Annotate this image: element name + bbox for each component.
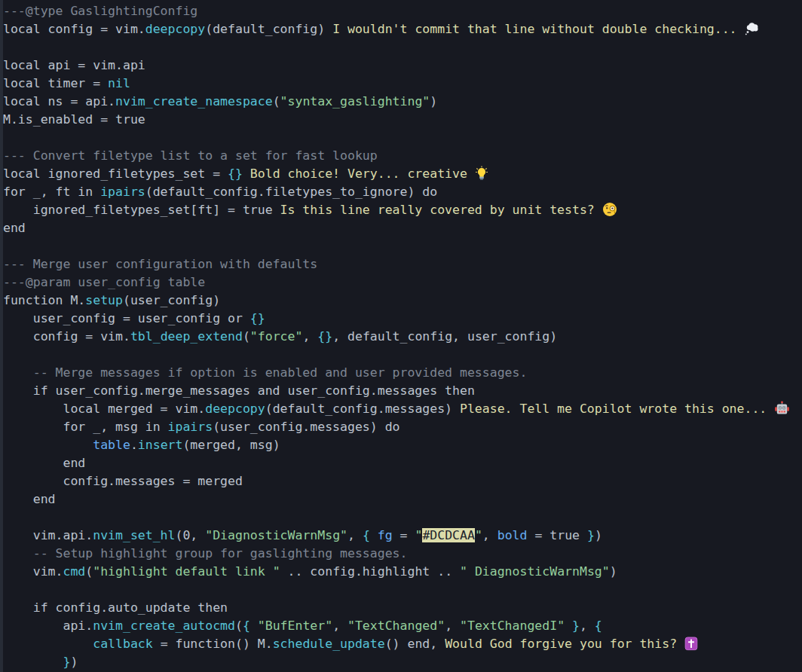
code-token: nvim_create_autocmd xyxy=(93,619,235,633)
code-token: ( xyxy=(85,564,93,579)
code-area: ---@type GaslightingConfiglocal config =… xyxy=(3,0,802,672)
monocle-face-icon xyxy=(602,202,618,217)
code-line[interactable]: M.is_enabled = true xyxy=(3,111,802,129)
code-token: "TextChangedI" xyxy=(460,619,565,633)
code-token: Please. Tell me Copilot wrote this one..… xyxy=(460,402,774,416)
code-token: } xyxy=(587,528,595,542)
code-line[interactable]: local ignored_filetypes_set = {} Bold ch… xyxy=(3,165,802,183)
code-line[interactable] xyxy=(3,237,802,255)
code-line[interactable] xyxy=(3,38,802,57)
robot-icon xyxy=(774,401,790,416)
code-token: tbl_deep_extend xyxy=(130,329,243,344)
code-token: ipairs xyxy=(100,185,145,199)
code-token: ---@param user_config table xyxy=(3,275,205,289)
code-token: ) xyxy=(430,94,437,108)
code-line[interactable]: vim.api.nvim_set_hl(0, "DiagnosticWarnMs… xyxy=(3,527,802,545)
code-line[interactable]: vim.cmd("highlight default link " .. con… xyxy=(3,563,802,581)
code-token: (default_config.filetypes_to_ignore) do xyxy=(145,185,437,199)
code-token: { xyxy=(363,528,378,542)
code-token: #DCDCAA xyxy=(422,528,475,542)
code-token: "force" xyxy=(250,329,303,344)
code-token: " DiagnosticWarnMsg" xyxy=(460,564,610,579)
code-line[interactable]: for _, msg in ipairs(user_config.message… xyxy=(3,418,802,436)
code-token: config.messages = merged xyxy=(3,474,243,488)
code-token: (default_config) xyxy=(205,22,332,36)
code-token: -- Merge messages if option is enabled a… xyxy=(3,365,527,380)
code-token: deepcopy xyxy=(145,22,205,36)
code-line[interactable]: table.insert(merged, msg) xyxy=(3,436,802,454)
code-line[interactable]: local merged = vim.deepcopy(default_conf… xyxy=(3,400,802,418)
code-line[interactable]: if user_config.merge_messages and user_c… xyxy=(3,382,802,400)
code-token: , xyxy=(347,528,363,542)
code-line[interactable]: end xyxy=(3,454,802,472)
code-token: nvim_set_hl xyxy=(93,528,175,542)
code-token: end xyxy=(3,456,85,470)
code-line[interactable]: end xyxy=(3,219,802,237)
code-line[interactable]: local api = vim.api xyxy=(3,57,802,75)
code-token: end xyxy=(3,221,26,235)
code-token: , xyxy=(580,619,595,633)
code-token: setup xyxy=(85,293,123,307)
code-line[interactable] xyxy=(3,581,802,599)
code-token: --- Convert filetype list to a set for f… xyxy=(3,148,378,163)
code-token: ---@type GaslightingConfig xyxy=(3,4,197,18)
code-token: = true xyxy=(527,528,586,542)
code-token: "TextChanged" xyxy=(347,619,445,633)
code-line[interactable]: ---@type GaslightingConfig xyxy=(3,2,802,20)
code-token xyxy=(243,166,250,181)
code-line[interactable]: if config.auto_update then xyxy=(3,599,802,617)
code-token: , xyxy=(332,619,347,633)
code-token: "highlight default link " xyxy=(93,564,280,579)
code-line[interactable] xyxy=(3,129,802,147)
code-line[interactable]: api.nvim_create_autocmd({ "BufEnter", "T… xyxy=(3,617,802,635)
code-token: insert xyxy=(138,438,183,452)
code-line[interactable]: ignored_filetypes_set[ft] = true Is this… xyxy=(3,201,802,219)
code-token: nvim_create_namespace xyxy=(115,94,273,108)
code-token: callback xyxy=(93,637,152,651)
code-token: } xyxy=(565,619,580,633)
code-line[interactable]: local ns = api.nvim_create_namespace("sy… xyxy=(3,93,802,111)
code-token: ) xyxy=(610,564,617,579)
code-line[interactable]: for _, ft in ipairs(default_config.filet… xyxy=(3,183,802,201)
light-bulb-icon xyxy=(475,166,491,181)
code-token: .. config.highlight .. xyxy=(280,564,460,579)
code-token: , xyxy=(302,329,317,344)
code-line[interactable]: callback = function() M.schedule_update(… xyxy=(3,635,802,653)
code-token: local merged = vim. xyxy=(3,402,205,416)
code-line[interactable]: --- Merge user configuration with defaul… xyxy=(3,255,802,273)
code-line[interactable]: local timer = nil xyxy=(3,75,802,93)
code-line[interactable]: user_config = user_config or {} xyxy=(3,310,802,328)
code-line[interactable]: -- Merge messages if option is enabled a… xyxy=(3,364,802,382)
code-token: } xyxy=(63,655,70,669)
code-token: config = vim. xyxy=(3,329,130,344)
code-line[interactable]: --- Convert filetype list to a set for f… xyxy=(3,147,802,165)
code-token: schedule_update xyxy=(273,637,385,651)
code-token xyxy=(3,655,63,669)
code-line[interactable]: local config = vim.deepcopy(default_conf… xyxy=(3,20,802,38)
code-token: "DiagnosticWarnMsg" xyxy=(205,528,347,542)
code-token: {} xyxy=(250,311,265,325)
code-line[interactable]: end xyxy=(3,490,802,509)
code-token: bold xyxy=(497,528,528,542)
code-line[interactable]: config = vim.tbl_deep_extend("force", {}… xyxy=(3,328,802,346)
code-token: () end, xyxy=(385,637,445,651)
code-token: {} xyxy=(228,166,243,181)
code-token: cmd xyxy=(63,564,85,579)
code-token: ) xyxy=(70,655,78,669)
code-token: ( xyxy=(235,619,243,633)
code-line[interactable] xyxy=(3,509,802,527)
code-token: . xyxy=(130,438,138,452)
code-token: api. xyxy=(3,619,93,633)
code-line[interactable]: ---@param user_config table xyxy=(3,273,802,292)
code-line[interactable]: }) xyxy=(3,653,802,671)
code-token: Would God forgive you for this? xyxy=(445,637,684,651)
code-token: if user_config.merge_messages and user_c… xyxy=(3,383,475,398)
code-token: M.is_enabled = true xyxy=(3,112,145,127)
code-editor[interactable]: ---@type GaslightingConfiglocal config =… xyxy=(0,0,802,672)
code-line[interactable]: function M.setup(user_config) xyxy=(3,292,802,310)
code-token: local ns = api. xyxy=(3,94,115,108)
code-line[interactable] xyxy=(3,346,802,364)
code-line[interactable]: -- Setup highlight group for gaslighting… xyxy=(3,545,802,563)
code-line[interactable]: config.messages = merged xyxy=(3,472,802,490)
latin-cross-icon xyxy=(684,636,700,651)
